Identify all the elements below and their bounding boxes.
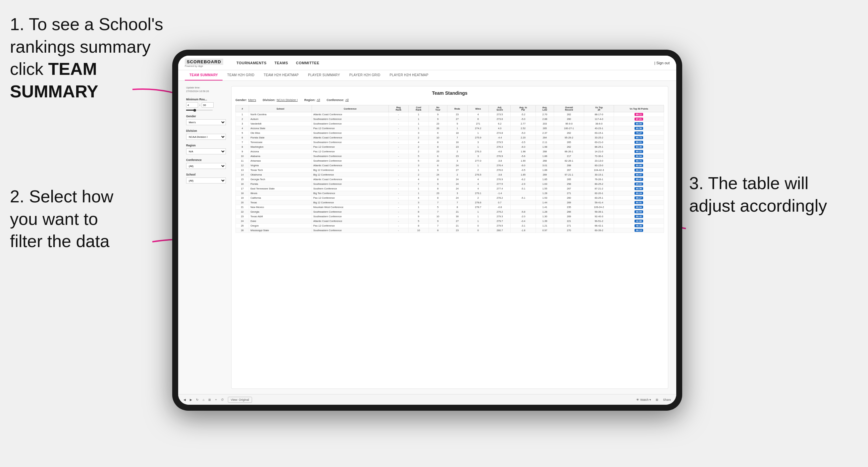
nav-committee[interactable]: COMMITTEE [296,61,319,65]
division-label: Division [186,129,226,132]
cell-avg-par: 1.85 [511,173,535,177]
cell-vs50: 83.49 [614,145,664,149]
add-btn[interactable]: + [215,398,217,401]
cell-vs50: 80.47 [614,177,664,182]
table-row: 15 Georgia Tech Atlantic Coast Conferenc… [236,177,664,182]
cell-wins: 271 [467,122,489,126]
cell-avg-par: -5.2 [511,112,535,117]
tab-team-summary[interactable]: TEAM SUMMARY [185,70,222,81]
cell-wins: 4 [467,182,489,186]
division-select[interactable]: NCAA Division I [186,134,226,140]
grid-btn[interactable]: ⊞ [656,398,658,401]
tab-player-h2h-grid[interactable]: PLAYER H2H GRID [345,70,385,81]
region-select[interactable]: N/A [186,148,226,154]
cell-school: Arizona [249,149,312,154]
table-row: 10 Alabama Southeastern Conference - 5 6… [236,154,664,159]
minimum-rounds-label: Minimum Rou... [186,98,226,101]
rounds-slider[interactable] [186,110,213,111]
cell-overall: 92-40-3 [584,214,614,219]
cell-adj-score: 4.0 [489,126,511,131]
view-original-btn[interactable]: View: Original [228,397,252,403]
cell-rag: - [389,159,409,163]
cell-conference: Pac-12 Conference [312,149,389,154]
cell-low-score: 271 [554,191,584,196]
cell-low-score: 269 [554,214,584,219]
cell-avg-low: 1.53 [535,196,554,200]
cell-rag: - [389,196,409,200]
cell-low-score: 262 [554,145,584,149]
cell-vs50: 80.34 [614,168,664,173]
cell-overall: 63-21-0 [584,140,614,145]
cell-low-score: 95-9-0 [554,122,584,126]
cell-rag: - [389,135,409,140]
cell-wins: 278.6 [467,200,489,205]
cell-conference: Big 12 Conference [312,168,389,173]
cell-avg-low: 269 [535,173,554,177]
cell-conference: Big 12 Conference [312,173,389,177]
cell-conference: Southeastern Conference [312,210,389,214]
cell-school: Alabama [249,154,312,159]
nav-teams[interactable]: TEAMS [275,61,288,65]
cell-adj-score: 276.4 [489,163,511,168]
tab-player-h2h-heatmap[interactable]: PLAYER H2H HEATMAP [385,70,433,81]
region-filter: Region N/A [186,144,226,154]
cell-overall: 33-25-2 [584,135,614,140]
reload-btn[interactable]: ↻ [196,398,199,401]
min-rounds-input[interactable] [186,102,198,107]
cell-no-tour: 6 [429,154,447,159]
cell-school: Texas [249,200,312,205]
cell-no-tour: 5 [429,205,447,210]
gender-select[interactable]: Men's [186,119,226,125]
tab-team-h2h-heatmap[interactable]: TEAM H2H HEATMAP [259,70,303,81]
minimum-rounds-filter: Minimum Rou... - [186,98,226,111]
cell-school: Arkansas [249,159,312,163]
table-row: 11 Arkansas Southeastern Conference - 5 … [236,159,664,163]
table-row: 20 Texas Big 12 Conference - 3 7 7 278.6… [236,200,664,205]
cell-adj-score: -4.4 [489,135,511,140]
cell-avg-par: -5.6 [511,154,535,159]
school-select[interactable]: (All) [186,178,226,184]
watch-btn[interactable]: 👁 Watch ▾ [636,398,651,401]
cell-rag: - [389,126,409,131]
cell-adj-score: 277.4 [489,186,511,191]
col-rag: RagRank [389,105,409,112]
tab-team-h2h-grid[interactable]: TEAM H2H GRID [222,70,259,81]
sign-out-link[interactable]: | Sign out [654,61,670,65]
cell-rank: 25 [236,224,249,228]
cell-rnds: 7 [447,135,467,140]
cell-rag: - [389,177,409,182]
nav-tournaments[interactable]: TOURNAMENTS [237,61,267,65]
cell-rag: - [389,168,409,173]
cell-vs50: 88.54 [614,210,664,214]
cell-overall: 104-42-3 [584,168,614,173]
cell-low-score: 217 [554,154,584,159]
copy-btn[interactable]: ⊞ [208,398,211,401]
cell-no-tour: 8 [429,186,447,191]
cell-conference: Atlantic Coast Conference [312,135,389,140]
clock-btn[interactable]: ⏱ [221,398,224,401]
cell-adj-score: 276.9 [489,177,511,182]
cell-no-tour: 9 [429,168,447,173]
cell-conference: Southeastern Conference [312,131,389,135]
cell-vs50: 85.02 [614,182,664,186]
cell-school: Oregon [249,224,312,228]
cell-rag: - [389,149,409,154]
cell-conf-rank: 4 [409,196,429,200]
home-btn[interactable]: ⌂ [203,398,204,401]
tab-player-summary[interactable]: PLAYER SUMMARY [303,70,345,81]
cell-conference: Mountain West Conference [312,205,389,210]
cell-no-tour: 10 [429,214,447,219]
cell-rnds: 3 [447,159,467,163]
cell-rank: 1 [236,112,249,117]
cell-rnds: 24 [447,163,467,168]
cell-school: Georgia [249,210,312,214]
cell-rag: - [389,200,409,205]
share-btn[interactable]: Share [663,398,671,401]
back-btn[interactable]: ◀ [183,398,186,401]
conference-select[interactable]: (All) [186,163,226,169]
forward-btn[interactable]: ▶ [190,398,192,401]
cell-conf-rank: 2 [409,145,429,149]
max-rounds-input[interactable] [202,102,214,107]
tablet-screen: SCOREBOARD Powered by clippi TOURNAMENTS… [178,56,676,405]
cell-avg-par: -6.0 [511,145,535,149]
